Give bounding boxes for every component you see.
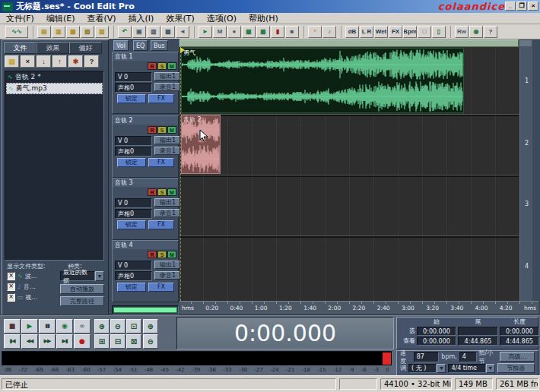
key-dropdown[interactable]: ( 无 ) ▼ xyxy=(408,364,446,373)
open-session-button[interactable]: ▥ xyxy=(52,26,65,38)
fast-forward-button[interactable]: ▶▶ xyxy=(39,334,56,349)
record-arm-button[interactable]: R xyxy=(148,251,157,258)
adjust-boundaries-button[interactable]: * xyxy=(308,26,322,38)
track-volume-field[interactable]: V 0 xyxy=(115,261,152,270)
track-number-strip[interactable]: 1234 xyxy=(519,47,532,301)
zoom-out-vertical-button[interactable]: ⊖ xyxy=(143,334,158,349)
save-all-button[interactable]: ▨ xyxy=(95,26,109,38)
view-start-field[interactable]: 0:00.000 xyxy=(417,337,456,346)
tempo-envelope-bpm-button[interactable]: Bpm xyxy=(403,26,417,38)
file-type-checkbox[interactable]: × xyxy=(7,283,15,291)
track-output-button[interactable]: 输出1 xyxy=(154,136,181,144)
group-clips-button[interactable]: ▣ xyxy=(132,26,146,38)
menu-item[interactable]: 效果(T) xyxy=(160,13,200,24)
edit-file-button[interactable]: ↑ xyxy=(52,55,67,68)
switch-to-edit-view-button[interactable]: ∿∿ xyxy=(5,26,28,38)
track-pan-field[interactable]: 声相0 xyxy=(115,209,152,219)
tab-bus[interactable]: Bus xyxy=(151,40,168,51)
zoom-in-button[interactable]: ⊕ xyxy=(94,319,110,334)
sort-dropdown-arrow-icon[interactable]: ▼ xyxy=(95,271,104,281)
tempo-field[interactable]: 87 xyxy=(414,352,440,362)
clip-edit-envelope-button[interactable]: □ xyxy=(418,26,431,38)
track-horizontal-scrollbar[interactable] xyxy=(112,305,179,315)
solo-button[interactable]: S xyxy=(157,62,167,70)
scrollbar-thumb[interactable] xyxy=(113,307,177,313)
undo-button[interactable]: ↶ xyxy=(118,26,132,38)
close-file-button[interactable]: × xyxy=(21,55,35,68)
insert-midi-button[interactable]: ♪ xyxy=(322,26,336,38)
go-to-start-button[interactable]: ▮◀ xyxy=(4,334,21,349)
tab-files[interactable]: 文件 xyxy=(4,42,37,54)
track-pan-field[interactable]: 声相0 xyxy=(115,271,152,281)
track-fx-button[interactable]: FX xyxy=(148,94,174,103)
track-output-button[interactable]: 输出1 xyxy=(154,261,181,269)
file-type-checkbox[interactable]: × xyxy=(7,272,15,280)
metronome-button[interactable]: 节拍器 xyxy=(497,363,535,373)
minimize-button[interactable]: _ xyxy=(505,2,516,11)
track-name[interactable]: 音轨 4 xyxy=(113,241,178,249)
volume-envelope-db-button[interactable]: dB xyxy=(345,26,359,38)
track-lock-button[interactable]: 锁定 xyxy=(117,158,146,167)
mute-button[interactable]: M xyxy=(167,62,176,70)
show-envelopes-button[interactable]: ▯ xyxy=(432,26,446,38)
zoom-in-left-edge-button[interactable]: ⊟ xyxy=(110,334,125,349)
zoom-out-button[interactable]: ⊖ xyxy=(110,319,125,334)
menu-item[interactable]: 文件(F) xyxy=(0,13,40,24)
sort-dropdown[interactable]: 最近的数据 ▼ xyxy=(60,271,104,281)
save-session-button[interactable]: ▧ xyxy=(81,26,94,38)
go-to-end-button[interactable]: ▶▮ xyxy=(56,334,73,349)
time-signature-dropdown[interactable]: 4/4 time ▼ xyxy=(448,364,494,373)
audio-clip-track1[interactable]: 勇气 xyxy=(181,48,464,113)
autoplay-button[interactable]: 自动播放 xyxy=(60,284,104,294)
beats-field[interactable]: 4 xyxy=(459,352,477,362)
file-type-checkbox[interactable]: × xyxy=(7,293,15,302)
pan-envelope-lr-button[interactable]: L R xyxy=(360,26,373,38)
file-list-item[interactable]: ∿音轨 2 * xyxy=(6,72,103,82)
selection-length-field[interactable]: 0:00.000 xyxy=(500,327,539,336)
insert-into-session-button[interactable]: ↓ xyxy=(37,55,51,68)
menu-item[interactable]: 插入(I) xyxy=(122,13,160,24)
zoom-to-selection-button[interactable]: ⊞ xyxy=(94,334,110,349)
clip-indicator-right-icon[interactable] xyxy=(383,359,391,365)
restore-button[interactable]: ❐ xyxy=(516,2,527,11)
audio-clip-track2[interactable]: 音轨 2 xyxy=(181,115,221,174)
menu-item[interactable]: 帮助(H) xyxy=(243,13,284,24)
track-output-button[interactable]: 输出1 xyxy=(154,72,181,81)
record-button[interactable]: ● xyxy=(74,334,91,349)
record-device-button[interactable]: ■ xyxy=(285,26,299,38)
zoom-full-button[interactable]: ⊡ xyxy=(126,319,141,334)
snap-grid-button[interactable]: ▦ xyxy=(161,26,175,38)
tab-eq[interactable]: EQ xyxy=(133,40,148,51)
zoom-in-vertical-button[interactable]: ⊕ xyxy=(143,319,158,334)
track-record-device-button[interactable]: 录音1 xyxy=(154,209,181,217)
tab-effects[interactable]: 效果 xyxy=(37,42,69,54)
track-lock-button[interactable]: 锁定 xyxy=(117,283,146,292)
network-settings-button[interactable]: ◉ xyxy=(469,26,483,38)
record-arm-button[interactable]: R xyxy=(148,126,157,134)
solo-button[interactable]: S xyxy=(157,188,167,196)
track-pan-field[interactable]: 声相0 xyxy=(115,83,152,93)
rewind-button[interactable]: ◀◀ xyxy=(21,334,38,349)
clip-indicator-left-icon[interactable] xyxy=(383,352,391,359)
track-volume-field[interactable]: V 0 xyxy=(115,198,152,208)
cd-player-button[interactable]: ● xyxy=(227,26,241,38)
track-name[interactable]: 音轨 1 xyxy=(113,52,178,61)
selection-start-field[interactable]: 0:00.000 xyxy=(417,327,456,336)
view-length-field[interactable]: 4:44.865 xyxy=(500,337,539,346)
menu-item[interactable]: 查看(V) xyxy=(81,13,122,24)
solo-button[interactable]: S xyxy=(157,126,167,134)
record-arm-button[interactable]: R xyxy=(148,188,157,196)
clip-properties-button[interactable]: ▥ xyxy=(147,26,160,38)
mixer-window-button[interactable]: ▦ xyxy=(242,26,256,38)
tab-vol[interactable]: Vol xyxy=(113,40,129,51)
append-file-button[interactable]: ▦ xyxy=(66,26,80,38)
pause-button[interactable]: ▮▮ xyxy=(39,319,56,334)
zoom-in-right-edge-button[interactable]: ⊠ xyxy=(126,334,141,349)
selection-end-field[interactable] xyxy=(458,327,498,336)
punch-in-button[interactable]: ▮ xyxy=(271,26,284,38)
play-from-cursor-button[interactable]: ◉ xyxy=(56,319,73,334)
track-fx-button[interactable]: FX xyxy=(148,158,174,167)
track-display-area[interactable]: 勇气 音轨 2 xyxy=(179,47,519,301)
help-button[interactable]: ? xyxy=(484,26,497,38)
time-display[interactable]: 0:00.000 xyxy=(176,317,394,349)
